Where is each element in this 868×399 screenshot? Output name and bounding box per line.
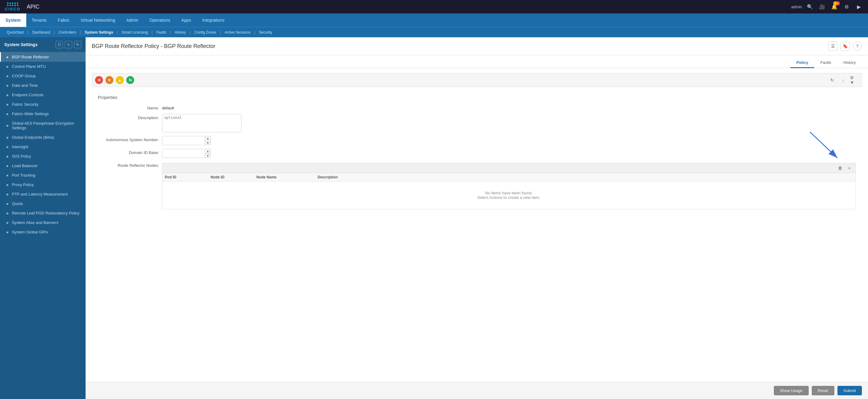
subnav-sep3: | — [80, 30, 82, 35]
sidebar-item-fabric-security[interactable]: ■ Fabric Security — [0, 100, 86, 109]
col-node-name: Node Name — [256, 175, 317, 179]
asn-input[interactable]: 65535 — [162, 137, 205, 144]
subnav-security[interactable]: Security — [256, 27, 275, 38]
tab-policy[interactable]: Policy — [790, 58, 814, 68]
sidebar-title: System Settings — [4, 42, 38, 47]
submit-button[interactable]: Submit — [837, 386, 862, 395]
search-icon-btn[interactable]: 🔍 — [806, 2, 814, 11]
sidebar-item-control-plane-mtu[interactable]: ■ Control Plane MTU — [0, 62, 86, 71]
sidebar-item-icon: ■ — [5, 124, 9, 127]
description-input[interactable] — [162, 114, 242, 132]
logout-icon-btn[interactable]: ▶ — [855, 2, 863, 11]
sidebar-list-icon[interactable]: ☷ — [56, 41, 63, 48]
sidebar-item-global-endpoints[interactable]: ■ Global Endpoints (Beta) — [0, 133, 86, 142]
sidebar-item-icon: ■ — [5, 211, 9, 215]
sidebar-item-label: Intersight — [12, 144, 28, 149]
subnav-sep7: | — [189, 30, 191, 35]
nav-system[interactable]: System — [0, 13, 26, 27]
domain-id-input[interactable]: 0 — [162, 150, 205, 157]
refresh-icon-btn[interactable]: ↻ — [828, 76, 837, 84]
sidebar-refresh-icon[interactable]: ↻ — [74, 41, 81, 48]
tab-history[interactable]: History — [837, 58, 862, 68]
sidebar-item-label: COOP Group — [12, 74, 36, 78]
sidebar-item-icon: ■ — [5, 93, 9, 97]
sidebar-item-quota[interactable]: ■ Quota — [0, 199, 86, 208]
sidebar-grid-icon[interactable]: ≡ — [65, 41, 72, 48]
subnav-sep5: | — [151, 30, 153, 35]
show-usage-button[interactable]: Show Usage — [774, 386, 809, 395]
sidebar-item-global-aes[interactable]: ■ Global AES Passphrase Encryption Setti… — [0, 119, 86, 133]
nav-virtual-networking[interactable]: Virtual Networking — [75, 13, 121, 27]
sidebar-item-fabric-wide-settings[interactable]: ■ Fabric-Wide Settings — [0, 109, 86, 119]
nav-integrations[interactable]: Integrations — [196, 13, 230, 27]
sidebar-item-load-balancer[interactable]: ■ Load Balancer — [0, 161, 86, 170]
table-add-btn[interactable]: + — [846, 164, 853, 172]
action-caution-icon[interactable]: ▲ — [116, 76, 124, 84]
subnav-system-settings[interactable]: System Settings — [82, 27, 116, 38]
sidebar-item-port-tracking[interactable]: ■ Port Tracking — [0, 170, 86, 180]
sidebar-item-label: Fabric Security — [12, 102, 38, 107]
asn-spin-down[interactable]: ▼ — [205, 140, 211, 145]
domain-id-spin-btns: ▲ ▼ — [205, 149, 211, 158]
reset-button[interactable]: Reset — [812, 386, 834, 395]
sidebar-item-icon: ■ — [5, 230, 9, 234]
page-title: BGP Route Reflector Policy - BGP Route R… — [92, 43, 215, 49]
more-actions-btn[interactable]: ⚙ ▼ — [850, 76, 859, 84]
sidebar-item-isis-policy[interactable]: ■ ISIS Policy — [0, 152, 86, 161]
action-warning-icon[interactable]: ▼ — [105, 76, 114, 84]
subnav-quickstart[interactable]: QuickStart — [4, 27, 27, 38]
sidebar-item-coop-group[interactable]: ■ COOP Group — [0, 71, 86, 81]
sidebar-item-label: PTP and Latency Measurement — [12, 192, 68, 196]
sidebar-item-remote-leaf[interactable]: ■ Remote Leaf POD Redundancy Policy — [0, 208, 86, 218]
sidebar-item-label: Quota — [12, 201, 23, 206]
sidebar-item-bgp-route-reflector[interactable]: ■ BGP Route Reflector — [0, 52, 86, 62]
sidebar-action-icons: ☷ ≡ ↻ — [56, 41, 81, 48]
nav-admin[interactable]: Admin — [121, 13, 144, 27]
action-delete-icon[interactable]: ✕ — [95, 76, 103, 84]
nav-tenants[interactable]: Tenants — [26, 13, 52, 27]
sidebar-item-endpoint-controls[interactable]: ■ Endpoint Controls — [0, 90, 86, 100]
table-delete-btn[interactable]: 🗑 — [837, 164, 844, 172]
col-description: Description — [317, 175, 853, 179]
sidebar-item-ptp-latency[interactable]: ■ PTP and Latency Measurement — [0, 190, 86, 199]
cisco-logo: CISCO — [5, 2, 21, 11]
download-icon-btn[interactable]: ↓ — [839, 76, 847, 84]
table-empty-line1: No items have been found. — [172, 191, 846, 195]
subnav-dashboard[interactable]: Dashboard — [29, 27, 53, 38]
right-panel: BGP Route Reflector Policy - BGP Route R… — [86, 37, 868, 399]
nav-operations[interactable]: Operations — [144, 13, 176, 27]
video-icon-btn[interactable]: 🎥 — [818, 2, 827, 11]
subnav-smart-licensing[interactable]: Smart Licensing — [119, 27, 151, 38]
sidebar-item-intersight[interactable]: ■ Intersight — [0, 142, 86, 152]
subnav-history[interactable]: History — [172, 27, 189, 38]
subnav-config-zones[interactable]: Config Zones — [191, 27, 219, 38]
domain-id-spin-down[interactable]: ▼ — [205, 153, 211, 158]
sidebar-item-date-and-time[interactable]: ■ Date and Time — [0, 81, 86, 90]
sidebar-item-system-alias[interactable]: ■ System Alias and Banners — [0, 218, 86, 227]
bookmark-icon-btn[interactable]: 🔖 — [840, 41, 850, 51]
sidebar-item-icon: ■ — [5, 112, 9, 116]
tab-faults[interactable]: Faults — [814, 58, 837, 68]
domain-id-label: Domain ID Base: — [98, 149, 159, 155]
subnav-active-sessions[interactable]: Active Sessions — [222, 27, 254, 38]
domain-id-spin-up[interactable]: ▲ — [205, 149, 211, 153]
asn-input-container: 65535 ▲ ▼ — [162, 136, 211, 145]
settings-icon-btn[interactable]: ⚙ — [842, 2, 851, 11]
sidebar-item-system-global-gipo[interactable]: ■ System Global GIPo — [0, 227, 86, 237]
route-reflector-row: Route Reflector Nodes: 🗑 + Pod ID Node I… — [98, 162, 856, 209]
list-icon-btn[interactable]: ☰ — [828, 41, 837, 51]
domain-id-row: Domain ID Base: 0 ▲ ▼ — [98, 149, 856, 158]
nav-fabric[interactable]: Fabric — [52, 13, 75, 27]
sidebar-item-proxy-policy[interactable]: ■ Proxy Policy — [0, 180, 86, 190]
subnav-faults[interactable]: Faults — [153, 27, 169, 38]
bell-icon-btn[interactable]: 🔔 1 2 — [830, 2, 839, 11]
help-icon-btn[interactable]: ? — [853, 41, 862, 51]
asn-spin-up[interactable]: ▲ — [205, 136, 211, 140]
action-ok-icon[interactable]: ↻ — [126, 76, 134, 84]
subnav-sep6: | — [169, 30, 172, 35]
subnav-controllers[interactable]: Controllers — [56, 27, 80, 38]
nav-apps[interactable]: Apps — [176, 13, 196, 27]
sidebar-item-icon: ■ — [5, 65, 9, 68]
sidebar-item-icon: ■ — [5, 173, 9, 177]
asn-label: Autonomous System Number: — [98, 136, 159, 142]
